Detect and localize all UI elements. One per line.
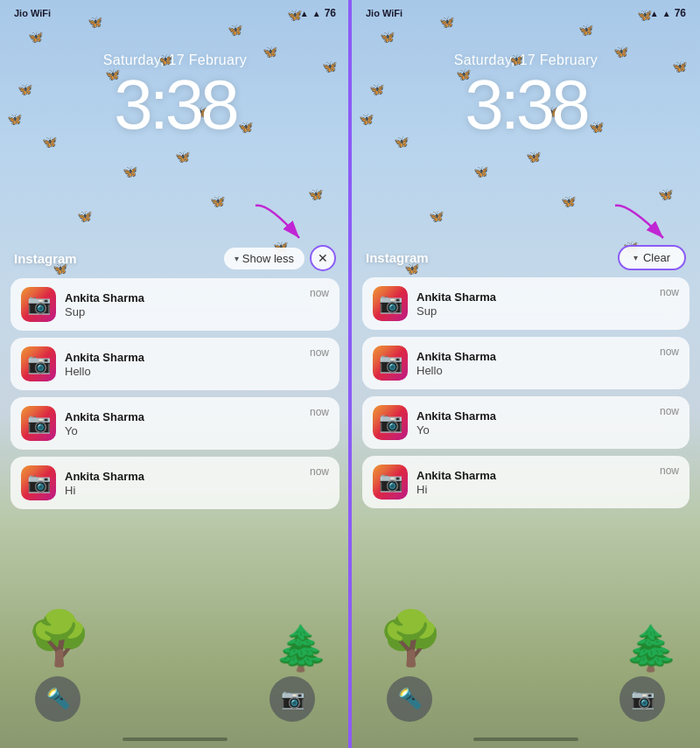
r-notif-sender-2: Ankita Sharma: [416, 350, 651, 363]
right-notif-card-2[interactable]: 📷 Ankita Sharma Hello now: [362, 337, 690, 389]
left-home-indicator: [122, 738, 228, 741]
notif-message-4: Hi: [65, 484, 301, 497]
left-bottom-bar: 🔦 📷: [0, 676, 350, 722]
r-notif-time-1: now: [660, 286, 679, 298]
r-notif-message-2: Hello: [416, 364, 651, 377]
chevron-icon: ▾: [234, 254, 239, 263]
notif-sender-4: Ankita Sharma: [65, 470, 301, 483]
right-app-name: Instagram: [366, 250, 429, 265]
left-notif-card-1[interactable]: 📷 Ankita Sharma Sup now: [10, 278, 340, 331]
notif-message-2: Hello: [65, 365, 301, 378]
r-notif-content-2: Ankita Sharma Hello: [416, 350, 651, 377]
notif-time-1: now: [310, 287, 329, 299]
right-status-right: ▲ ▲ 76: [650, 7, 686, 19]
r-notif-time-2: now: [660, 346, 679, 358]
show-less-label: Show less: [242, 252, 294, 265]
r-notif-time-3: now: [660, 405, 679, 417]
r-notif-time-4: now: [660, 465, 679, 477]
left-tree-2: 🌲: [274, 623, 328, 674]
notif-time-3: now: [310, 406, 329, 418]
clear-button[interactable]: ▾ Clear: [618, 245, 686, 270]
notif-sender-3: Ankita Sharma: [65, 410, 301, 423]
right-carrier: Jio WiFi: [366, 8, 402, 18]
show-less-button[interactable]: ▾ Show less: [224, 248, 304, 269]
right-bottom-bar: 🔦 📷: [352, 676, 700, 722]
notif-content-2: Ankita Sharma Hello: [65, 351, 301, 378]
r-instagram-icon-2: 📷: [373, 346, 408, 381]
r-instagram-icon-3: 📷: [373, 405, 408, 440]
left-notif-card-3[interactable]: 📷 Ankita Sharma Yo now: [10, 397, 340, 450]
instagram-icon-3: 📷: [21, 406, 56, 441]
notif-message-1: Sup: [65, 305, 301, 318]
right-notif-header: Instagram ▾ Clear: [362, 245, 690, 270]
right-status-bar: Jio WiFi ▲ ▲ 76: [352, 7, 700, 19]
left-clock-area: Saturday, 17 February 3:38: [0, 52, 350, 140]
close-button[interactable]: ✕: [310, 245, 336, 271]
right-clock-area: Saturday, 17 February 3:38: [352, 52, 700, 140]
notif-sender-1: Ankita Sharma: [65, 291, 301, 304]
clear-label: Clear: [643, 251, 670, 264]
left-wifi-icon: ▲: [300, 9, 309, 18]
left-phone-panel: 🦋 🦋 🦋 🦋 🦋 🦋 🦋 🦋 🦋 🦋 🦋 🦋 🦋 🦋 🦋 🦋 🦋 🦋 🦋 🦋 …: [0, 0, 350, 748]
right-notif-actions: ▾ Clear: [618, 245, 686, 270]
left-panel-divider: [348, 0, 350, 748]
left-time: 3:38: [0, 70, 350, 140]
notif-content-3: Ankita Sharma Yo: [65, 410, 301, 437]
r-notif-content-3: Ankita Sharma Yo: [416, 409, 651, 437]
right-camera-button[interactable]: 📷: [620, 676, 665, 722]
left-notif-header: Instagram ▾ Show less ✕: [10, 245, 340, 271]
left-carrier: Jio WiFi: [14, 8, 51, 18]
notif-message-3: Yo: [65, 424, 301, 437]
notif-time-4: now: [310, 465, 329, 478]
notif-sender-2: Ankita Sharma: [65, 351, 301, 364]
notif-content-1: Ankita Sharma Sup: [65, 291, 301, 318]
notif-time-2: now: [310, 346, 329, 359]
instagram-icon-4: 📷: [21, 465, 56, 500]
r-notif-sender-1: Ankita Sharma: [416, 290, 651, 304]
r-notif-sender-3: Ankita Sharma: [416, 409, 651, 423]
r-instagram-icon-4: 📷: [373, 465, 408, 500]
left-notif-card-4[interactable]: 📷 Ankita Sharma Hi now: [10, 457, 340, 509]
right-phone-panel: 🦋 🦋 🦋 🦋 🦋 🦋 🦋 🦋 🦋 🦋 🦋 🦋 🦋 🦋 🦋 🦋 🦋 🦋 🦋 🦋 …: [350, 0, 700, 748]
r-notif-sender-4: Ankita Sharma: [416, 469, 651, 482]
r-notif-message-3: Yo: [416, 423, 651, 437]
left-battery: 76: [325, 7, 336, 19]
instagram-icon-2: 📷: [21, 346, 56, 381]
right-tree-2: 🌲: [624, 623, 678, 674]
left-notif-actions: ▾ Show less ✕: [224, 245, 336, 271]
right-time: 3:38: [352, 70, 700, 140]
r-notif-message-1: Sup: [416, 304, 651, 318]
left-app-name: Instagram: [14, 251, 77, 266]
right-battery: 76: [675, 7, 686, 19]
right-flashlight-button[interactable]: 🔦: [387, 676, 432, 722]
left-notifications-area: Instagram ▾ Show less ✕: [10, 245, 340, 516]
notif-content-4: Ankita Sharma Hi: [65, 470, 301, 497]
right-notifications-area: Instagram ▾ Clear 📷: [362, 245, 690, 515]
left-notif-card-2[interactable]: 📷 Ankita Sharma Hello now: [10, 338, 340, 390]
right-wifi-icon: ▲: [650, 9, 659, 18]
right-tree-1: 🌳: [378, 607, 444, 669]
left-status-bar: Jio WiFi ▲ ▲ 76: [0, 7, 350, 19]
r-notif-content-4: Ankita Sharma Hi: [416, 469, 651, 496]
chevron-down-icon: ▾: [634, 253, 638, 262]
right-notif-card-3[interactable]: 📷 Ankita Sharma Yo now: [362, 396, 690, 449]
right-notif-card-1[interactable]: 📷 Ankita Sharma Sup now: [362, 277, 690, 330]
right-notif-card-4[interactable]: 📷 Ankita Sharma Hi now: [362, 456, 690, 508]
left-flashlight-button[interactable]: 🔦: [35, 676, 80, 722]
right-home-indicator: [473, 738, 578, 741]
right-signal-icon: ▲: [662, 9, 671, 18]
r-notif-message-4: Hi: [416, 483, 651, 496]
r-notif-content-1: Ankita Sharma Sup: [416, 290, 651, 318]
instagram-icon-1: 📷: [21, 287, 56, 322]
r-instagram-icon-1: 📷: [373, 286, 408, 321]
left-tree-1: 🌳: [26, 607, 92, 669]
left-camera-button[interactable]: 📷: [270, 676, 315, 722]
left-status-right: ▲ ▲ 76: [300, 7, 336, 19]
close-icon: ✕: [318, 251, 328, 265]
left-signal-icon: ▲: [312, 9, 321, 18]
